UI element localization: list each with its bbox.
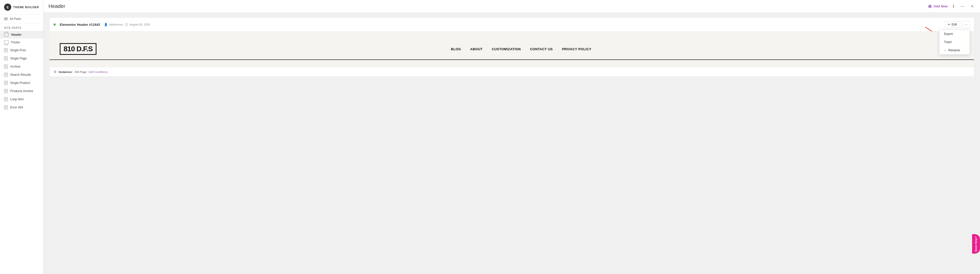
sidebar-item-label: Single Page [10, 57, 27, 60]
sidebar-item-label: Products Archive [10, 89, 33, 93]
author-icon: 👤 [104, 23, 108, 26]
all-parts-label: All Parts [10, 17, 21, 21]
more-options-button[interactable]: ··· [962, 21, 970, 28]
template-preview: 810 D.F.S BLOG ABOUT CUSTOMIZATION CONTA… [49, 31, 974, 67]
edit-button[interactable]: ✏ Edit [945, 21, 960, 28]
footer-icon [4, 41, 9, 44]
close-icon: ✕ [970, 4, 974, 8]
template-meta: 👤 diythermos 🕐 August 30, 2024 [104, 23, 150, 26]
check-icon: ✓ [944, 49, 946, 52]
edit-conditions-link[interactable]: Edit Conditions [89, 70, 108, 73]
instances-icon: ⚙ [54, 70, 57, 74]
nav-links: BLOG ABOUT CUSTOMIZATION CONTACT US PRIV… [451, 47, 592, 51]
dropdown-item-rename[interactable]: ✓ Rename [939, 46, 969, 54]
loop-item-icon [4, 97, 8, 101]
trash-label: Trash [944, 40, 952, 44]
template-card: Elementor Header #11642 👤 diythermos 🕐 A… [49, 18, 974, 76]
template-date: August 30, 2024 [130, 23, 150, 26]
archive-icon [4, 65, 8, 68]
error-404-icon [4, 105, 8, 110]
sidebar-item-loop-item[interactable]: Loop Item [0, 95, 43, 104]
dropdown-item-trash[interactable]: Trash [939, 38, 969, 46]
info-icon: ℹ [953, 4, 954, 8]
app-logo-icon: E [4, 3, 11, 11]
instances-value: 404 Page [75, 70, 86, 73]
sidebar-item-label: Single Post [10, 48, 26, 52]
app-title: THEME BUILDER [13, 6, 39, 9]
sidebar-item-error-404[interactable]: Error 404 [0, 104, 43, 112]
sidebar-header: E THEME BUILDER [0, 0, 43, 14]
edit-label: Edit [952, 23, 957, 26]
card-header: Elementor Header #11642 👤 diythermos 🕐 A… [49, 18, 974, 31]
single-page-icon [4, 56, 8, 61]
sidebar-item-label: Loop Item [10, 97, 24, 101]
card-actions: ✏ Edit ··· [945, 21, 970, 28]
status-dot [54, 24, 56, 25]
topbar: Header ⊕ Add New ℹ — ✕ [43, 0, 980, 13]
single-post-icon [4, 48, 8, 52]
rename-label: Rename [948, 48, 960, 52]
sidebar-item-label: Search Results [10, 73, 31, 76]
export-label: Export [944, 32, 953, 36]
brand-logo: 810 D.F.S [60, 43, 97, 55]
all-parts-button[interactable]: All Parts [0, 14, 43, 24]
site-parts-section-label: SITE PARTS [0, 24, 43, 31]
close-button[interactable]: ✕ [969, 3, 975, 10]
sidebar-item-label: Error 404 [10, 106, 23, 109]
page-title: Header [48, 3, 65, 9]
pencil-icon: ✏ [948, 23, 950, 26]
sidebar-item-archive[interactable]: Archive [0, 62, 43, 71]
floating-help-button[interactable]: Need Help? [972, 234, 980, 253]
template-name: Elementor Header #11642 [60, 23, 100, 27]
dropdown-item-export[interactable]: Export [939, 30, 969, 38]
sidebar-item-label: Footer [11, 41, 20, 44]
sidebar-item-header[interactable]: Header [0, 31, 43, 38]
sidebar-item-products-archive[interactable]: Products Archive [0, 87, 43, 95]
nav-about: ABOUT [470, 47, 483, 51]
nav-contact: CONTACT US [530, 47, 553, 51]
search-results-icon [4, 73, 8, 77]
plus-icon: ⊕ [928, 3, 932, 9]
single-product-icon [4, 81, 8, 85]
topbar-right: ⊕ Add New ℹ — ✕ [928, 3, 975, 10]
content-area: Elementor Header #11642 👤 diythermos 🕐 A… [43, 13, 980, 274]
sidebar: E THEME BUILDER All Parts SITE PARTS Hea… [0, 0, 43, 274]
card-footer: ⚙ Instances: 404 Page Edit Conditions [49, 67, 974, 76]
minimize-icon: — [960, 4, 964, 8]
header-icon [4, 33, 9, 37]
header-preview-content: 810 D.F.S BLOG ABOUT CUSTOMIZATION CONTA… [49, 38, 974, 60]
add-new-label: Add New [933, 4, 948, 8]
sidebar-item-label: Single Product [10, 81, 30, 85]
add-new-button[interactable]: ⊕ Add New [928, 3, 948, 9]
nav-customization: CUSTOMIZATION [492, 47, 521, 51]
info-button[interactable]: ℹ [952, 3, 955, 10]
more-dots-icon: ··· [964, 22, 967, 27]
sidebar-item-single-product[interactable]: Single Product [0, 79, 43, 87]
nav-blog: BLOG [451, 47, 461, 51]
main-panel: Header ⊕ Add New ℹ — ✕ Elementor Header … [43, 0, 980, 274]
sidebar-item-search-results[interactable]: Search Results [0, 71, 43, 79]
nav-privacy: PRIVACY POLICY [562, 47, 592, 51]
template-author: diythermos [109, 23, 123, 26]
sidebar-item-label: Archive [10, 65, 21, 68]
dropdown-menu: Export Trash ✓ Rename [939, 30, 970, 54]
date-icon: 🕐 [124, 23, 128, 26]
sidebar-item-label: Header [11, 33, 22, 37]
hamburger-icon [4, 18, 8, 21]
sidebar-item-single-page[interactable]: Single Page [0, 54, 43, 62]
sidebar-item-single-post[interactable]: Single Post [0, 46, 43, 54]
instances-label: Instances: [59, 70, 73, 73]
products-archive-icon [4, 89, 8, 93]
sidebar-item-footer[interactable]: Footer [0, 38, 43, 46]
minimize-button[interactable]: — [959, 3, 966, 10]
